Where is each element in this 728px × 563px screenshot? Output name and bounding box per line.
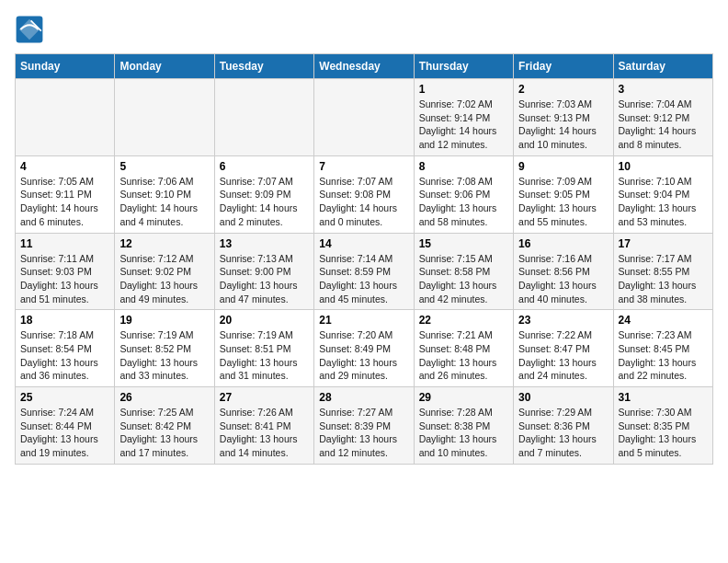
day-info: Sunrise: 7:02 AM Sunset: 9:14 PM Dayligh… <box>419 98 508 152</box>
day-info: Sunrise: 7:16 AM Sunset: 8:56 PM Dayligh… <box>518 252 608 306</box>
day-info: Sunrise: 7:26 AM Sunset: 8:41 PM Dayligh… <box>220 406 309 460</box>
day-info: Sunrise: 7:11 AM Sunset: 9:03 PM Dayligh… <box>20 252 109 306</box>
header-friday: Friday <box>514 54 613 79</box>
calendar-week-1: 1Sunrise: 7:02 AM Sunset: 9:14 PM Daylig… <box>16 79 713 156</box>
header-tuesday: Tuesday <box>214 54 313 79</box>
calendar-cell: 27Sunrise: 7:26 AM Sunset: 8:41 PM Dayli… <box>214 387 313 465</box>
day-number: 13 <box>220 237 309 250</box>
day-number: 5 <box>119 160 209 173</box>
calendar-cell <box>314 79 414 156</box>
calendar-week-5: 25Sunrise: 7:24 AM Sunset: 8:44 PM Dayli… <box>16 387 713 465</box>
day-number: 24 <box>619 314 708 327</box>
day-number: 6 <box>220 160 309 173</box>
day-number: 9 <box>518 160 608 173</box>
calendar-cell: 21Sunrise: 7:20 AM Sunset: 8:49 PM Dayli… <box>314 310 414 387</box>
day-number: 12 <box>119 237 209 250</box>
day-info: Sunrise: 7:27 AM Sunset: 8:39 PM Dayligh… <box>319 406 408 460</box>
day-number: 20 <box>220 314 309 327</box>
day-number: 31 <box>619 391 708 404</box>
day-number: 19 <box>119 314 209 327</box>
day-info: Sunrise: 7:29 AM Sunset: 8:36 PM Dayligh… <box>518 406 608 460</box>
calendar-cell: 7Sunrise: 7:07 AM Sunset: 9:08 PM Daylig… <box>314 155 414 233</box>
day-number: 29 <box>419 391 508 404</box>
calendar-cell: 9Sunrise: 7:09 AM Sunset: 9:05 PM Daylig… <box>514 155 613 233</box>
calendar-cell: 28Sunrise: 7:27 AM Sunset: 8:39 PM Dayli… <box>314 387 414 465</box>
calendar-cell: 13Sunrise: 7:13 AM Sunset: 9:00 PM Dayli… <box>214 233 313 310</box>
calendar-week-3: 11Sunrise: 7:11 AM Sunset: 9:03 PM Dayli… <box>16 233 713 310</box>
calendar-week-4: 18Sunrise: 7:18 AM Sunset: 8:54 PM Dayli… <box>16 310 713 387</box>
calendar-cell <box>16 79 115 156</box>
day-number: 4 <box>20 160 109 173</box>
header-thursday: Thursday <box>414 54 513 79</box>
day-number: 3 <box>619 83 708 96</box>
day-info: Sunrise: 7:25 AM Sunset: 8:42 PM Dayligh… <box>119 406 209 460</box>
calendar-cell: 1Sunrise: 7:02 AM Sunset: 9:14 PM Daylig… <box>414 79 513 156</box>
calendar-table: SundayMondayTuesdayWednesdayThursdayFrid… <box>15 53 713 465</box>
header-wednesday: Wednesday <box>314 54 414 79</box>
calendar-cell: 23Sunrise: 7:22 AM Sunset: 8:47 PM Dayli… <box>514 310 613 387</box>
calendar-cell: 15Sunrise: 7:15 AM Sunset: 8:58 PM Dayli… <box>414 233 513 310</box>
day-number: 17 <box>619 237 708 250</box>
calendar-header-row: SundayMondayTuesdayWednesdayThursdayFrid… <box>16 54 713 79</box>
day-info: Sunrise: 7:10 AM Sunset: 9:04 PM Dayligh… <box>619 175 708 229</box>
day-info: Sunrise: 7:19 AM Sunset: 8:51 PM Dayligh… <box>220 328 309 383</box>
day-info: Sunrise: 7:22 AM Sunset: 8:47 PM Dayligh… <box>518 328 608 383</box>
day-info: Sunrise: 7:04 AM Sunset: 9:12 PM Dayligh… <box>619 98 708 152</box>
calendar-cell: 20Sunrise: 7:19 AM Sunset: 8:51 PM Dayli… <box>214 310 313 387</box>
day-info: Sunrise: 7:23 AM Sunset: 8:45 PM Dayligh… <box>619 328 708 383</box>
page-header <box>15 15 713 44</box>
calendar-cell: 30Sunrise: 7:29 AM Sunset: 8:36 PM Dayli… <box>514 387 613 465</box>
calendar-cell: 17Sunrise: 7:17 AM Sunset: 8:55 PM Dayli… <box>613 233 712 310</box>
calendar-cell: 26Sunrise: 7:25 AM Sunset: 8:42 PM Dayli… <box>115 387 214 465</box>
calendar-cell: 25Sunrise: 7:24 AM Sunset: 8:44 PM Dayli… <box>16 387 115 465</box>
calendar-cell: 11Sunrise: 7:11 AM Sunset: 9:03 PM Dayli… <box>16 233 115 310</box>
day-info: Sunrise: 7:15 AM Sunset: 8:58 PM Dayligh… <box>419 252 508 306</box>
day-number: 2 <box>518 83 608 96</box>
calendar-cell: 18Sunrise: 7:18 AM Sunset: 8:54 PM Dayli… <box>16 310 115 387</box>
header-sunday: Sunday <box>16 54 115 79</box>
calendar-cell: 16Sunrise: 7:16 AM Sunset: 8:56 PM Dayli… <box>514 233 613 310</box>
calendar-cell: 10Sunrise: 7:10 AM Sunset: 9:04 PM Dayli… <box>613 155 712 233</box>
day-number: 28 <box>319 391 408 404</box>
day-number: 25 <box>20 391 109 404</box>
day-info: Sunrise: 7:03 AM Sunset: 9:13 PM Dayligh… <box>518 98 608 152</box>
day-info: Sunrise: 7:19 AM Sunset: 8:52 PM Dayligh… <box>119 328 209 383</box>
day-number: 15 <box>419 237 508 250</box>
header-saturday: Saturday <box>613 54 712 79</box>
calendar-week-2: 4Sunrise: 7:05 AM Sunset: 9:11 PM Daylig… <box>16 155 713 233</box>
calendar-cell: 4Sunrise: 7:05 AM Sunset: 9:11 PM Daylig… <box>16 155 115 233</box>
calendar-cell: 5Sunrise: 7:06 AM Sunset: 9:10 PM Daylig… <box>115 155 214 233</box>
day-info: Sunrise: 7:08 AM Sunset: 9:06 PM Dayligh… <box>419 175 508 229</box>
day-number: 8 <box>419 160 508 173</box>
calendar-cell <box>115 79 214 156</box>
day-info: Sunrise: 7:07 AM Sunset: 9:08 PM Dayligh… <box>319 175 408 229</box>
day-info: Sunrise: 7:14 AM Sunset: 8:59 PM Dayligh… <box>319 252 408 306</box>
calendar-cell: 2Sunrise: 7:03 AM Sunset: 9:13 PM Daylig… <box>514 79 613 156</box>
logo-icon <box>15 15 44 44</box>
day-number: 11 <box>20 237 109 250</box>
calendar-cell <box>214 79 313 156</box>
day-info: Sunrise: 7:17 AM Sunset: 8:55 PM Dayligh… <box>619 252 708 306</box>
day-info: Sunrise: 7:06 AM Sunset: 9:10 PM Dayligh… <box>119 175 209 229</box>
day-number: 7 <box>319 160 408 173</box>
calendar-cell: 8Sunrise: 7:08 AM Sunset: 9:06 PM Daylig… <box>414 155 513 233</box>
day-number: 21 <box>319 314 408 327</box>
day-number: 30 <box>518 391 608 404</box>
calendar-cell: 31Sunrise: 7:30 AM Sunset: 8:35 PM Dayli… <box>613 387 712 465</box>
day-number: 23 <box>518 314 608 327</box>
calendar-cell: 22Sunrise: 7:21 AM Sunset: 8:48 PM Dayli… <box>414 310 513 387</box>
day-info: Sunrise: 7:18 AM Sunset: 8:54 PM Dayligh… <box>20 328 109 383</box>
calendar-cell: 14Sunrise: 7:14 AM Sunset: 8:59 PM Dayli… <box>314 233 414 310</box>
calendar-cell: 12Sunrise: 7:12 AM Sunset: 9:02 PM Dayli… <box>115 233 214 310</box>
day-info: Sunrise: 7:13 AM Sunset: 9:00 PM Dayligh… <box>220 252 309 306</box>
day-number: 14 <box>319 237 408 250</box>
day-info: Sunrise: 7:21 AM Sunset: 8:48 PM Dayligh… <box>419 328 508 383</box>
day-info: Sunrise: 7:28 AM Sunset: 8:38 PM Dayligh… <box>419 406 508 460</box>
day-number: 22 <box>419 314 508 327</box>
day-info: Sunrise: 7:12 AM Sunset: 9:02 PM Dayligh… <box>119 252 209 306</box>
day-number: 18 <box>20 314 109 327</box>
day-number: 16 <box>518 237 608 250</box>
day-info: Sunrise: 7:05 AM Sunset: 9:11 PM Dayligh… <box>20 175 109 229</box>
day-number: 1 <box>419 83 508 96</box>
calendar-cell: 24Sunrise: 7:23 AM Sunset: 8:45 PM Dayli… <box>613 310 712 387</box>
